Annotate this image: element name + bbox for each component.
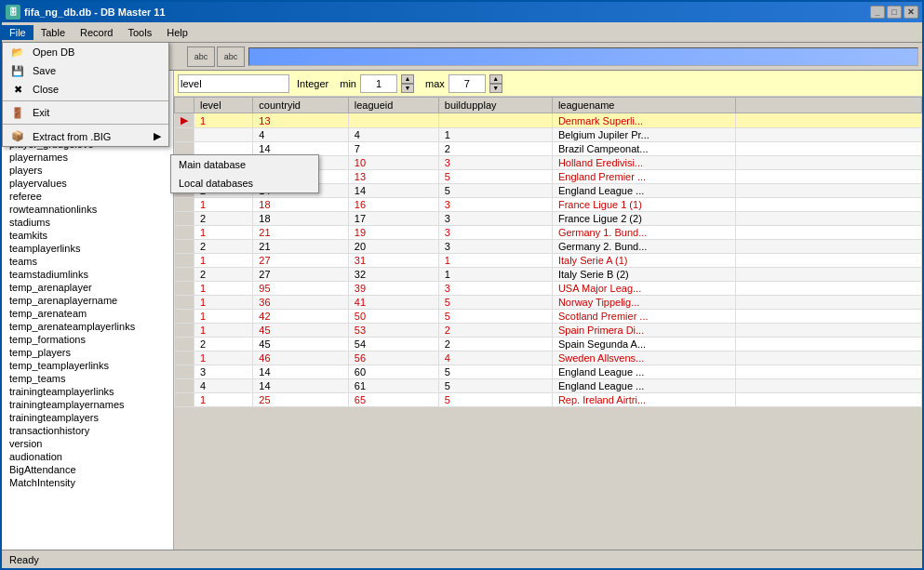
menu-table[interactable]: Table [33,25,73,40]
sidebar-item-temp-arenaplayer[interactable]: temp_arenaplayer [2,281,173,294]
sidebar-item-players[interactable]: players [2,164,173,177]
col-countryid[interactable]: countryid [253,98,348,113]
cell-buildupplay: 2 [438,324,552,338]
table-row[interactable]: 118163France Ligue 1 (1) [175,198,922,212]
menu-file[interactable]: File [2,25,33,40]
table-row[interactable]: 145532Spain Primera Di... [175,324,922,338]
col-level[interactable]: level [194,98,253,113]
menu-close[interactable]: ✖ Close [3,80,168,99]
filter-min-spin[interactable]: ▲ ▼ [401,74,414,93]
menu-save[interactable]: 💾 Save [3,61,168,80]
sidebar-item-audionation[interactable]: audionation [2,450,173,463]
row-indicator-cell [175,296,194,310]
table-row[interactable]: 121193Germany 1. Bund... [175,226,922,240]
submenu-main-db[interactable]: Main database [171,155,318,174]
sidebar-item-teamkits[interactable]: teamkits [2,229,173,242]
menu-open-db[interactable]: 📂 Open DB [3,43,168,61]
cell-countryid: 46 [253,351,348,365]
table-row[interactable]: 441Belgium Jupiler Pr... [175,128,922,142]
maximize-button[interactable]: □ [887,6,902,19]
cell-countryid: 42 [253,310,348,324]
cell-leaguename: Scotland Premier ... [552,310,735,324]
app-icon: 🗄 [6,5,20,20]
cell-buildupplay: 5 [438,184,552,198]
toolbar-btn-abc2[interactable]: abc [217,46,245,67]
cell-leagueid: 39 [348,282,438,296]
menu-tools[interactable]: Tools [121,25,160,40]
cell-extra [736,268,922,282]
filter-min-down[interactable]: ▼ [401,84,414,93]
col-extra [736,98,922,113]
table-row[interactable]: 227321Italy Serie B (2) [175,268,922,282]
filter-max-spin[interactable]: ▲ ▼ [489,74,502,93]
table-row[interactable]: 221203Germany 2. Bund... [175,240,922,254]
cell-leaguename: Spain Segunda A... [552,338,735,351]
filter-min-up[interactable]: ▲ [401,74,414,84]
cell-countryid: 45 [253,324,348,338]
cell-countryid: 14 [253,365,348,379]
col-buildupplay[interactable]: buildupplay [438,98,552,113]
cell-leaguename: England League ... [552,365,735,379]
sidebar-item-version[interactable]: version [2,437,173,450]
sidebar-item-rowteamnationlinks[interactable]: rowteamnationlinks [2,203,173,216]
minimize-button[interactable]: _ [870,6,885,19]
table-row[interactable]: ▶113Denmark Superli... [175,113,922,128]
filter-max-up[interactable]: ▲ [489,74,502,84]
filter-max-down[interactable]: ▼ [489,84,502,93]
sidebar-item-trainingteamplayerlinks[interactable]: trainingteamplayerlinks [2,385,173,398]
sidebar-item-playernames[interactable]: playernames [2,151,173,164]
menu-extract[interactable]: 📦 Extract from .BIG ▶ [3,126,168,146]
table-row[interactable]: 195393USA Major Leag... [175,282,922,296]
sidebar-item-temp-teams[interactable]: temp_teams [2,372,173,385]
cell-extra [736,254,922,268]
sidebar-item-temp-players[interactable]: temp_players [2,346,173,359]
cell-level: 1 [194,351,253,365]
sidebar-item-playervalues[interactable]: playervalues [2,177,173,190]
sidebar-item-stadiums[interactable]: stadiums [2,216,173,229]
cell-leaguename: Denmark Superli... [552,113,735,128]
table-row[interactable]: 146564Sweden Allsvens... [175,351,922,365]
sidebar-item-teamplayerlinks[interactable]: teamplayerlinks [2,242,173,255]
sidebar-item-trainingteamplayers[interactable]: trainingteamplayers [2,411,173,424]
filter-max-input[interactable] [449,74,486,93]
row-indicator-cell [175,240,194,254]
open-db-label: Open DB [33,46,74,58]
submenu-local-db[interactable]: Local databases [171,174,318,192]
table-row[interactable]: 127311Italy Serie A (1) [175,254,922,268]
table-row[interactable]: 136415Norway Tippelig... [175,296,922,310]
sidebar-item-matchintensity[interactable]: MatchIntensity [2,476,173,489]
sidebar-item-teams[interactable]: teams [2,255,173,268]
sidebar-item-bigattendance[interactable]: BigAttendance [2,463,173,476]
table-row[interactable]: 414615England League ... [175,379,922,393]
menu-help[interactable]: Help [159,25,195,40]
close-button[interactable]: ✕ [904,6,918,19]
table-row[interactable]: 218173France Ligue 2 (2) [175,212,922,226]
table-row[interactable]: 314605England League ... [175,365,922,379]
table-row[interactable]: 245542Spain Segunda A... [175,338,922,351]
sidebar-item-temp-teamplayerlinks[interactable]: temp_teamplayerlinks [2,359,173,372]
menu-exit[interactable]: 🚪 Exit [3,103,168,122]
menu-record[interactable]: Record [73,25,120,40]
table-row[interactable]: 125655Rep. Ireland Airtri... [175,393,922,407]
cell-leagueid: 53 [348,324,438,338]
cell-leaguename: Holland Eredivisi... [552,156,735,170]
filter-min-input[interactable] [360,74,397,93]
save-label: Save [33,65,56,76]
sidebar-item-teamstadiumlinks[interactable]: teamstadiumlinks [2,268,173,281]
col-leaguename[interactable]: leaguename [552,98,735,113]
table-row[interactable]: 142505Scotland Premier ... [175,310,922,324]
cell-buildupplay: 1 [438,254,552,268]
sidebar-item-temp-arenateam[interactable]: temp_arenateam [2,307,173,320]
sidebar-item-temp-arenateamplayerlinks[interactable]: temp_arenateamplayerlinks [2,320,173,333]
sidebar-item-temp-formations[interactable]: temp_formations [2,333,173,346]
separator2 [3,124,168,125]
sidebar-item-transactionhistory[interactable]: transactionhistory [2,424,173,437]
sidebar-item-trainingteamplayernames[interactable]: trainingteamplayernames [2,398,173,411]
toolbar-btn-abc1[interactable]: abc [187,46,215,67]
cell-level: 2 [194,268,253,282]
sidebar-item-temp-arenaplayername[interactable]: temp_arenaplayername [2,294,173,307]
filter-field-select[interactable]: level [178,74,289,93]
cell-buildupplay: 3 [438,198,552,212]
sidebar-item-referee[interactable]: referee [2,190,173,203]
col-leagueid[interactable]: leagueid [348,98,438,113]
